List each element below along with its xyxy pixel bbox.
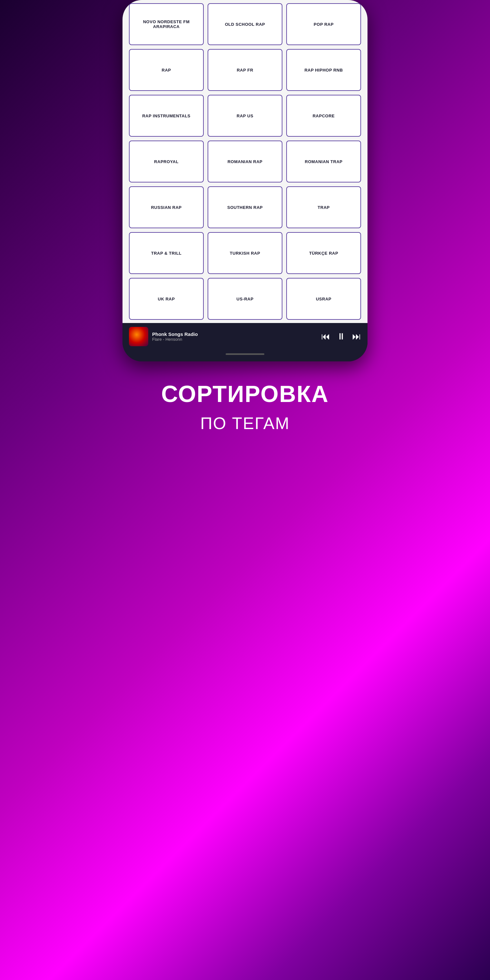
genre-item[interactable]: RAP FR (208, 49, 282, 91)
genre-label: TRAP & TRILL (151, 251, 182, 256)
genre-item[interactable]: NOVO NORDESTE FM ARAPIRACA (129, 3, 204, 45)
player-info: Phonk Songs Radio Flare - Hensonn (152, 331, 317, 342)
genre-label: RAP US (237, 113, 253, 118)
genre-item[interactable]: TÜRKÇE RAP (286, 232, 361, 274)
genre-label: TÜRKÇE RAP (309, 251, 338, 256)
player-subtitle: Flare - Hensonn (152, 337, 317, 342)
genre-item[interactable]: TRAP & TRILL (129, 232, 204, 274)
sort-title: СОРТИРОВКА (161, 381, 329, 407)
genre-item[interactable]: RAPROYAL (129, 140, 204, 183)
grid-area: NOVO NORDESTE FM ARAPIRACAOLD SCHOOL RAP… (123, 0, 368, 323)
genre-label: RAPCORE (313, 113, 335, 118)
player-thumbnail-image (129, 327, 148, 346)
genre-item[interactable]: OLD SCHOOL RAP (208, 3, 282, 45)
genre-item[interactable]: US-RAP (208, 278, 282, 320)
genre-item[interactable]: UK RAP (129, 278, 204, 320)
phone-container: NOVO NORDESTE FM ARAPIRACAOLD SCHOOL RAP… (123, 0, 368, 361)
player-title: Phonk Songs Radio (152, 331, 317, 337)
genre-item[interactable]: POP RAP (286, 3, 361, 45)
drag-handle (226, 353, 264, 355)
genre-item[interactable]: TURKISH RAP (208, 232, 282, 274)
genre-label: POP RAP (313, 22, 334, 27)
genre-item[interactable]: RAP (129, 49, 204, 91)
genre-label: US-RAP (237, 297, 254, 301)
rewind-button[interactable]: ⏮ (321, 332, 330, 341)
genre-label: RAP INSTRUMENTALS (142, 113, 191, 118)
genre-item[interactable]: SOUTHERN RAP (208, 186, 282, 228)
genre-item[interactable]: RAPCORE (286, 95, 361, 137)
genre-label: ROMANIAN RAP (228, 159, 263, 164)
pause-button[interactable]: ⏸ (337, 332, 345, 341)
bottom-section: СОРТИРОВКА ПО ТЕГАМ (0, 361, 490, 459)
genre-item[interactable]: ROMANIAN RAP (208, 140, 282, 183)
genre-item[interactable]: RUSSIAN RAP (129, 186, 204, 228)
player-bar: Phonk Songs Radio Flare - Hensonn ⏮ ⏸ ⏭ (123, 323, 368, 350)
genre-item[interactable]: TRAP (286, 186, 361, 228)
bottom-handle-area (123, 350, 368, 361)
genre-grid: NOVO NORDESTE FM ARAPIRACAOLD SCHOOL RAP… (129, 3, 361, 323)
genre-label: SOUTHERN RAP (227, 205, 263, 210)
genre-label: RAPROYAL (154, 159, 178, 164)
genre-item[interactable]: RAP HIPHOP RNB (286, 49, 361, 91)
genre-label: TURKISH RAP (230, 251, 260, 256)
player-thumbnail (129, 327, 148, 346)
genre-label: RAP (162, 68, 171, 73)
genre-item[interactable]: RAP US (208, 95, 282, 137)
genre-item[interactable]: RAP INSTRUMENTALS (129, 95, 204, 137)
genre-label: TRAP (318, 205, 329, 210)
sort-subtitle: ПО ТЕГАМ (200, 414, 290, 433)
genre-item[interactable]: USRAP (286, 278, 361, 320)
genre-label: RAP HIPHOP RNB (304, 68, 343, 73)
genre-label: RUSSIAN RAP (151, 205, 181, 210)
genre-label: ROMANIAN TRAP (305, 159, 343, 164)
genre-label: NOVO NORDESTE FM ARAPIRACA (133, 19, 200, 29)
forward-button[interactable]: ⏭ (352, 332, 361, 341)
genre-label: OLD SCHOOL RAP (225, 22, 265, 27)
genre-label: USRAP (316, 297, 331, 301)
genre-label: UK RAP (158, 297, 175, 301)
player-controls: ⏮ ⏸ ⏭ (321, 332, 361, 341)
genre-label: RAP FR (237, 68, 253, 73)
genre-item[interactable]: ROMANIAN TRAP (286, 140, 361, 183)
